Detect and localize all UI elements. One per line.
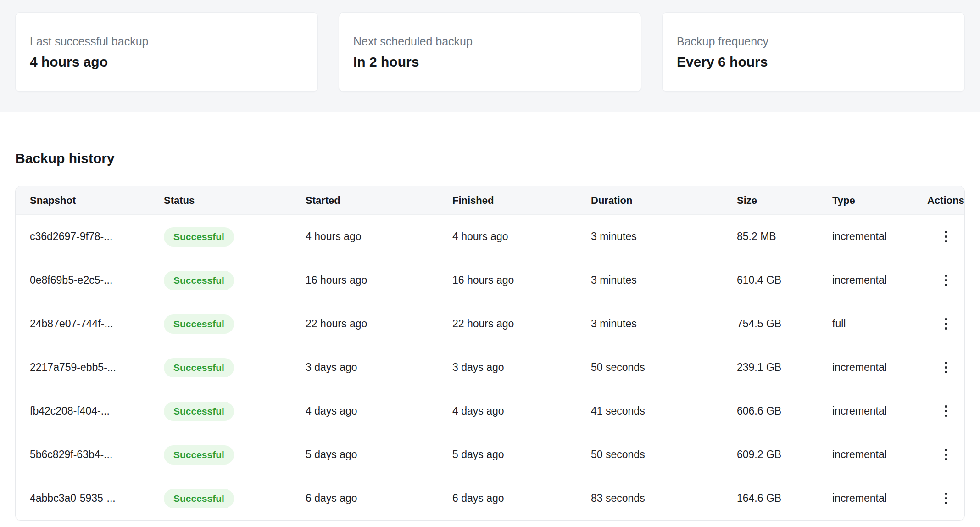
status-cell: Successful bbox=[164, 358, 306, 377]
status-badge: Successful bbox=[164, 489, 234, 508]
card-value: Every 6 hours bbox=[677, 54, 964, 70]
row-actions-kebab-icon[interactable] bbox=[936, 445, 956, 465]
table-row: 0e8f69b5-e2c5-... Successful 16 hours ag… bbox=[16, 258, 964, 302]
type-cell: full bbox=[832, 318, 927, 330]
finished-cell: 4 days ago bbox=[452, 405, 591, 417]
size-cell: 164.6 GB bbox=[737, 492, 832, 505]
started-cell: 6 days ago bbox=[306, 492, 452, 505]
summary-card-next-backup: Next scheduled backup In 2 hours bbox=[339, 12, 641, 92]
backup-history-table: Snapshot Status Started Finished Duratio… bbox=[15, 186, 965, 521]
duration-cell: 50 seconds bbox=[591, 449, 737, 461]
finished-cell: 6 days ago bbox=[452, 492, 591, 505]
row-actions-kebab-icon[interactable] bbox=[936, 401, 956, 421]
kebab-dot bbox=[945, 410, 947, 412]
table-row: 4abbc3a0-5935-... Successful 6 days ago … bbox=[16, 477, 964, 520]
table-header-row: Snapshot Status Started Finished Duratio… bbox=[16, 186, 964, 215]
snapshot-id: 0e8f69b5-e2c5-... bbox=[30, 274, 164, 286]
type-cell: incremental bbox=[832, 405, 927, 417]
card-label: Next scheduled backup bbox=[353, 34, 641, 48]
kebab-dot bbox=[945, 275, 947, 277]
kebab-dot bbox=[945, 371, 947, 373]
summary-band: Last successful backup 4 hours ago Next … bbox=[0, 0, 980, 112]
row-actions-kebab-icon[interactable] bbox=[936, 314, 956, 334]
status-badge: Successful bbox=[164, 227, 234, 247]
kebab-dot bbox=[945, 235, 947, 238]
column-header-snapshot: Snapshot bbox=[30, 195, 164, 207]
type-cell: incremental bbox=[832, 492, 927, 505]
kebab-dot bbox=[945, 323, 947, 325]
kebab-dot bbox=[945, 327, 947, 330]
duration-cell: 83 seconds bbox=[591, 492, 737, 505]
actions-cell bbox=[927, 488, 964, 509]
column-header-finished: Finished bbox=[452, 195, 591, 207]
kebab-dot bbox=[945, 405, 947, 408]
column-header-status: Status bbox=[164, 195, 306, 207]
snapshot-id: 5b6c829f-63b4-... bbox=[30, 449, 164, 461]
size-cell: 610.4 GB bbox=[737, 274, 832, 286]
actions-cell bbox=[927, 445, 964, 465]
kebab-dot bbox=[945, 231, 947, 233]
status-cell: Successful bbox=[164, 271, 306, 290]
column-header-duration: Duration bbox=[591, 195, 737, 207]
finished-cell: 3 days ago bbox=[452, 361, 591, 374]
kebab-dot bbox=[945, 493, 947, 495]
column-header-type: Type bbox=[832, 195, 927, 207]
finished-cell: 5 days ago bbox=[452, 449, 591, 461]
started-cell: 16 hours ago bbox=[306, 274, 452, 286]
duration-cell: 3 minutes bbox=[591, 274, 737, 286]
type-cell: incremental bbox=[832, 449, 927, 461]
column-header-started: Started bbox=[306, 195, 452, 207]
snapshot-id: fb42c208-f404-... bbox=[30, 405, 164, 417]
column-header-size: Size bbox=[737, 195, 832, 207]
status-badge: Successful bbox=[164, 314, 234, 334]
actions-cell bbox=[927, 227, 964, 247]
row-actions-kebab-icon[interactable] bbox=[936, 227, 956, 247]
kebab-dot bbox=[945, 240, 947, 242]
duration-cell: 50 seconds bbox=[591, 361, 737, 374]
kebab-dot bbox=[945, 502, 947, 504]
started-cell: 4 hours ago bbox=[306, 230, 452, 243]
card-label: Backup frequency bbox=[677, 34, 964, 48]
summary-card-backup-frequency: Backup frequency Every 6 hours bbox=[662, 12, 965, 92]
row-actions-kebab-icon[interactable] bbox=[936, 270, 956, 291]
duration-cell: 3 minutes bbox=[591, 230, 737, 243]
kebab-dot bbox=[945, 279, 947, 281]
card-label: Last successful backup bbox=[30, 34, 317, 48]
kebab-dot bbox=[945, 284, 947, 286]
page-title: Backup history bbox=[15, 151, 965, 166]
started-cell: 22 hours ago bbox=[306, 318, 452, 330]
summary-card-last-backup: Last successful backup 4 hours ago bbox=[15, 12, 318, 92]
size-cell: 85.2 MB bbox=[737, 230, 832, 243]
actions-cell bbox=[927, 358, 964, 378]
row-actions-kebab-icon[interactable] bbox=[936, 488, 956, 509]
status-cell: Successful bbox=[164, 402, 306, 421]
status-badge: Successful bbox=[164, 445, 234, 465]
table-row: 24b87e07-744f-... Successful 22 hours ag… bbox=[16, 302, 964, 346]
status-badge: Successful bbox=[164, 402, 234, 421]
row-actions-kebab-icon[interactable] bbox=[936, 358, 956, 378]
type-cell: incremental bbox=[832, 274, 927, 286]
card-value: 4 hours ago bbox=[30, 54, 317, 70]
status-cell: Successful bbox=[164, 314, 306, 334]
type-cell: incremental bbox=[832, 361, 927, 374]
kebab-dot bbox=[945, 362, 947, 364]
type-cell: incremental bbox=[832, 230, 927, 243]
size-cell: 239.1 GB bbox=[737, 361, 832, 374]
size-cell: 606.6 GB bbox=[737, 405, 832, 417]
table-body: c36d2697-9f78-... Successful 4 hours ago… bbox=[16, 215, 964, 520]
size-cell: 754.5 GB bbox=[737, 318, 832, 330]
finished-cell: 16 hours ago bbox=[452, 274, 591, 286]
actions-cell bbox=[927, 270, 964, 291]
table-row: 2217a759-ebb5-... Successful 3 days ago … bbox=[16, 346, 964, 389]
table-row: c36d2697-9f78-... Successful 4 hours ago… bbox=[16, 215, 964, 258]
status-cell: Successful bbox=[164, 445, 306, 465]
kebab-dot bbox=[945, 366, 947, 369]
snapshot-id: 4abbc3a0-5935-... bbox=[30, 492, 164, 505]
snapshot-id: 24b87e07-744f-... bbox=[30, 318, 164, 330]
kebab-dot bbox=[945, 454, 947, 456]
kebab-dot bbox=[945, 497, 947, 499]
kebab-dot bbox=[945, 458, 947, 460]
table-row: fb42c208-f404-... Successful 4 days ago … bbox=[16, 389, 964, 433]
snapshot-id: c36d2697-9f78-... bbox=[30, 230, 164, 243]
column-header-actions: Actions bbox=[927, 195, 964, 207]
